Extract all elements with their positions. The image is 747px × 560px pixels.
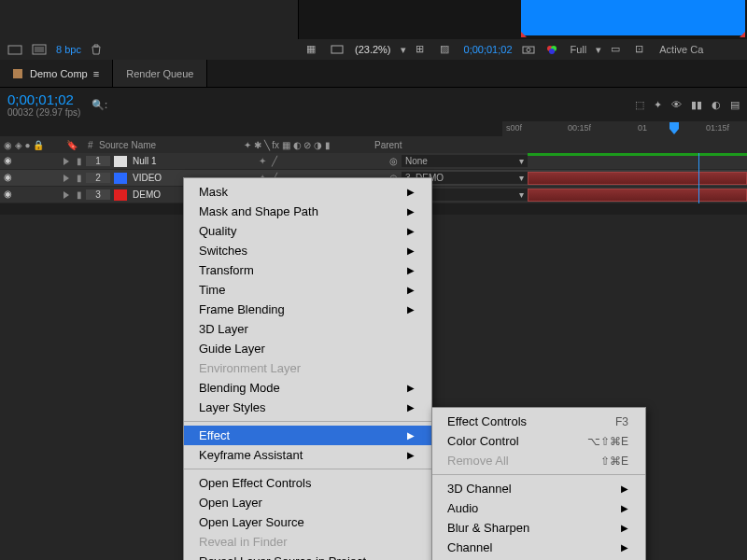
- menu-item-frame-blending[interactable]: Frame Blending▶: [184, 300, 431, 319]
- work-area-start[interactable]: [521, 32, 527, 37]
- ruler-tick: s00f: [506, 123, 522, 133]
- timeline-tabs: Demo Comp ≡ Render Queue: [0, 60, 747, 88]
- resolution-dropdown[interactable]: ▾: [596, 44, 601, 56]
- menu-item-audio[interactable]: Audio▶: [432, 498, 645, 518]
- zoom-level[interactable]: (23.2%): [355, 44, 391, 55]
- menu-item-color-control[interactable]: Color Control⌥⇧⌘E: [432, 431, 645, 451]
- grid-icon[interactable]: ▦: [306, 43, 321, 56]
- av-toggle[interactable]: ▮: [77, 173, 82, 183]
- menu-item-effect-controls[interactable]: Effect ControlsF3: [432, 412, 645, 431]
- av-toggle[interactable]: ▮: [77, 156, 82, 166]
- menu-item-time[interactable]: Time▶: [184, 280, 431, 300]
- frame-info: 00032 (29.97 fps): [7, 107, 80, 118]
- layer-timeline-bar[interactable]: [528, 187, 747, 203]
- switch-solo[interactable]: ╱: [272, 156, 277, 166]
- menu-item-reveal-layer-source-in-project[interactable]: Reveal Layer Source in Project: [184, 552, 431, 560]
- menu-item-open-layer-source[interactable]: Open Layer Source: [184, 512, 431, 532]
- av-toggle[interactable]: ▮: [77, 189, 82, 200]
- layer-name[interactable]: Null 1: [133, 156, 157, 166]
- view-layout-icon[interactable]: ⊡: [635, 43, 650, 56]
- menu-item-transform[interactable]: Transform▶: [184, 260, 431, 280]
- channel-icon[interactable]: [546, 43, 561, 56]
- switch-shy[interactable]: ✦: [259, 156, 266, 166]
- layer-color-swatch[interactable]: [114, 189, 127, 201]
- menu-item-keyframe-assistant[interactable]: Keyframe Assistant▶: [184, 445, 431, 465]
- tab-label: Render Queue: [126, 68, 193, 79]
- menu-item-blending-mode[interactable]: Blending Mode▶: [184, 378, 431, 398]
- active-camera-label[interactable]: Active Ca: [659, 44, 703, 55]
- current-timecode[interactable]: 0;00;01;02: [7, 91, 80, 107]
- search-icon[interactable]: 🔍ː: [92, 99, 108, 111]
- menu-item-mask[interactable]: Mask▶: [184, 182, 431, 202]
- menu-item-layer-styles[interactable]: Layer Styles▶: [184, 398, 431, 417]
- svg-rect-3: [331, 46, 343, 53]
- expand-triangle[interactable]: [63, 175, 69, 182]
- layer-column-header: ◉ ◈ ● 🔒 🔖 # Source Name ✦ ✱ ╲ fx ▦ ◐ ⊘ ◑…: [0, 136, 747, 153]
- draft-3d-icon[interactable]: ✦: [654, 99, 662, 111]
- new-comp-icon[interactable]: [32, 43, 47, 56]
- layer-timeline-bar[interactable]: [528, 153, 747, 170]
- expand-triangle[interactable]: [63, 158, 69, 165]
- visibility-toggle[interactable]: ◉: [4, 172, 19, 185]
- menu-item-guide-layer[interactable]: Guide Layer: [184, 339, 431, 358]
- menu-item-channel[interactable]: Channel▶: [432, 538, 645, 557]
- project-bin-icon[interactable]: [7, 43, 22, 56]
- svg-rect-2: [35, 47, 44, 52]
- trash-icon[interactable]: [91, 43, 106, 56]
- layer-row[interactable]: ◉▮1Null 1✦╱◎None▾: [0, 153, 747, 170]
- layer-index: 1: [86, 156, 110, 166]
- monitor-icon[interactable]: [331, 43, 345, 56]
- layer-name[interactable]: DEMO: [133, 189, 161, 200]
- layer-index: 3: [86, 189, 110, 200]
- menu-item-quality[interactable]: Quality▶: [184, 221, 431, 241]
- view-icon[interactable]: ▭: [611, 43, 626, 56]
- zoom-dropdown[interactable]: ▾: [401, 44, 406, 56]
- effect-submenu: Effect ControlsF3Color Control⌥⇧⌘ERemove…: [431, 407, 646, 560]
- layer-index: 2: [86, 173, 110, 183]
- frame-blend-icon[interactable]: ▮▮: [691, 99, 702, 111]
- visibility-toggle[interactable]: ◉: [4, 155, 19, 168]
- menu-item-remove-all: Remove All⇧⌘E: [432, 451, 645, 470]
- source-name-col[interactable]: Source Name: [95, 140, 240, 150]
- menu-item-3d-channel[interactable]: 3D Channel▶: [432, 479, 645, 498]
- menu-item-open-layer[interactable]: Open Layer: [184, 493, 431, 512]
- shy-icon[interactable]: 👁: [671, 99, 682, 111]
- comp-mini-flowchart-icon[interactable]: ⬚: [635, 99, 644, 111]
- menu-item-mask-and-shape-path[interactable]: Mask and Shape Path▶: [184, 202, 431, 221]
- layer-context-menu: Mask▶Mask and Shape Path▶Quality▶Switche…: [183, 177, 432, 560]
- menu-item-reveal-in-finder: Reveal in Finder: [184, 532, 431, 552]
- playhead[interactable]: [669, 121, 680, 136]
- resolution-mode[interactable]: Full: [571, 44, 587, 55]
- menu-item-blur-sharpen[interactable]: Blur & Sharpen▶: [432, 518, 645, 538]
- ruler-tick: 01: [638, 123, 647, 133]
- svg-point-5: [527, 49, 530, 52]
- menu-item-open-effect-controls[interactable]: Open Effect Controls: [184, 473, 431, 493]
- time-ruler[interactable]: s00f 00:15f 01 01:15f: [502, 121, 747, 136]
- tab-label: Demo Comp: [30, 68, 88, 79]
- svg-point-8: [549, 49, 555, 54]
- menu-item-environment-layer: Environment Layer: [184, 358, 431, 378]
- svg-rect-0: [8, 46, 21, 54]
- motion-blur-icon[interactable]: ◐: [712, 99, 721, 111]
- graph-editor-icon[interactable]: ▤: [730, 99, 740, 111]
- layer-color-swatch[interactable]: [114, 173, 127, 184]
- parent-dropdown[interactable]: None▾: [402, 155, 528, 167]
- menu-item-effect[interactable]: Effect▶: [184, 426, 431, 445]
- visibility-toggle[interactable]: ◉: [4, 189, 19, 202]
- bit-depth[interactable]: 8 bpc: [56, 44, 81, 55]
- tab-render-queue[interactable]: Render Queue: [113, 60, 207, 87]
- layer-timeline-bar[interactable]: [528, 170, 747, 187]
- layer-color-swatch[interactable]: [114, 156, 127, 167]
- menu-item-3d-layer[interactable]: 3D Layer: [184, 319, 431, 339]
- layer-name[interactable]: VIDEO: [133, 173, 162, 183]
- work-area-end[interactable]: [740, 32, 745, 37]
- parent-col: Parent: [371, 140, 513, 150]
- expand-triangle[interactable]: [63, 191, 69, 199]
- preview-timecode[interactable]: 0;00;01;02: [464, 44, 513, 55]
- snapshot-icon[interactable]: [522, 43, 537, 56]
- transparency-grid-icon[interactable]: ▨: [440, 43, 455, 56]
- parent-pickwhip-icon[interactable]: ◎: [389, 156, 398, 166]
- menu-item-switches[interactable]: Switches▶: [184, 241, 431, 260]
- resolution-icon[interactable]: ⊞: [416, 43, 430, 56]
- tab-demo-comp[interactable]: Demo Comp ≡: [0, 60, 113, 87]
